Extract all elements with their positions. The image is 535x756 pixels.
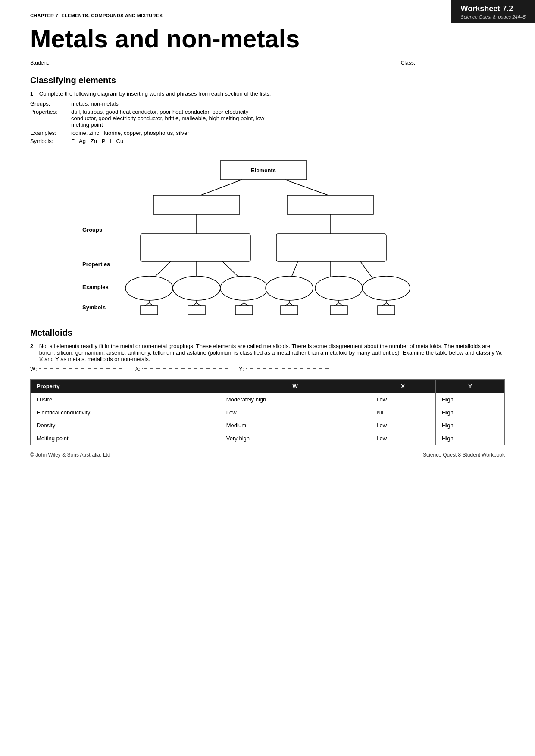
page: CHAPTER 7: Elements, compounds and mixtu…	[0, 0, 535, 471]
svg-line-6	[201, 180, 242, 195]
chapter-header: CHAPTER 7: Elements, compounds and mixtu…	[30, 13, 505, 18]
examples-label: Examples:	[30, 130, 71, 136]
svg-marker-35	[192, 303, 201, 306]
symbols-value: F Ag Zn P I Cu	[71, 138, 505, 144]
table-row: Electrical conductivityLowNilHigh	[31, 406, 505, 419]
svg-rect-8	[153, 195, 240, 214]
classification-diagram: Groups Properties Examples Symbols Eleme…	[74, 152, 462, 316]
table-row: DensityMediumLowHigh	[31, 419, 505, 432]
svg-rect-13	[276, 234, 386, 261]
svg-point-25	[363, 276, 410, 300]
svg-text:Elements: Elements	[251, 167, 276, 174]
question2-intro: 2. Not all elements readily fit in the m…	[30, 343, 505, 362]
properties-row: Properties: dull, lustrous, good heat co…	[30, 109, 505, 128]
properties-value: dull, lustrous, good heat conductor, poo…	[71, 109, 505, 128]
svg-marker-32	[141, 306, 158, 315]
svg-marker-43	[382, 303, 391, 306]
svg-marker-37	[240, 303, 248, 306]
table-row: LustreModerately highLowHigh	[31, 393, 505, 406]
col-property: Property	[31, 379, 220, 393]
table-value-cell: High	[436, 419, 505, 432]
svg-rect-9	[287, 195, 373, 214]
classifying-section: Classifying elements 1. Complete the fol…	[30, 75, 505, 316]
student-label: Student:	[30, 60, 50, 66]
classifying-title: Classifying elements	[30, 75, 505, 85]
page-title: Metals and non-metals	[30, 26, 505, 52]
table-value-cell: Moderately high	[220, 393, 370, 406]
footer-right: Science Quest 8 Student Workbook	[423, 452, 505, 458]
table-value-cell: Very high	[220, 432, 370, 445]
svg-marker-39	[285, 303, 294, 306]
table-value-cell: Medium	[220, 419, 370, 432]
class-dots	[419, 62, 505, 62]
w-dots	[39, 368, 125, 369]
groups-label: Groups:	[30, 100, 71, 107]
worksheet-badge: Worksheet 7.2 Science Quest 8: pages 244…	[451, 0, 535, 23]
metalloids-table: Property W X Y LustreModerately highLowH…	[30, 379, 505, 445]
svg-point-23	[266, 276, 313, 300]
symbols-row: Symbols: F Ag Zn P I Cu	[30, 138, 505, 144]
question1-intro: 1. Complete the following diagram by ins…	[30, 90, 505, 97]
svg-text:Groups: Groups	[82, 227, 102, 233]
student-dots	[53, 62, 394, 62]
worksheet-subtitle: Science Quest 8: pages 244–5	[461, 14, 526, 19]
table-value-cell: High	[436, 432, 505, 445]
y-label: Y:	[239, 366, 244, 372]
col-x: X	[370, 379, 436, 393]
table-value-cell: Low	[370, 419, 436, 432]
svg-text:Properties: Properties	[82, 261, 110, 268]
student-class-line: Student: Class:	[30, 60, 505, 66]
worksheet-title: Worksheet 7.2	[461, 4, 513, 13]
table-property-cell: Density	[31, 419, 220, 432]
svg-point-21	[173, 276, 220, 300]
metalloids-section: Metalloids 2. Not all elements readily f…	[30, 328, 505, 445]
q1-num: 1.	[30, 90, 35, 97]
table-value-cell: Nil	[370, 406, 436, 419]
svg-marker-33	[145, 303, 153, 306]
col-y: Y	[436, 379, 505, 393]
wxy-answer-line: W: X: Y:	[30, 366, 505, 372]
properties-label: Properties:	[30, 109, 71, 128]
table-value-cell: High	[436, 406, 505, 419]
metalloids-title: Metalloids	[30, 328, 505, 338]
svg-marker-40	[330, 306, 347, 315]
svg-text:Symbols: Symbols	[82, 304, 106, 311]
svg-marker-34	[188, 306, 205, 315]
examples-row: Examples: iodine, zinc, fluorine, copper…	[30, 130, 505, 136]
examples-value: iodine, zinc, fluorine, copper, phosphor…	[71, 130, 505, 136]
footer-left: © John Wiley & Sons Australia, Ltd	[30, 452, 110, 458]
q2-num: 2.	[30, 343, 35, 362]
table-property-cell: Electrical conductivity	[31, 406, 220, 419]
svg-point-24	[315, 276, 363, 300]
col-w: W	[220, 379, 370, 393]
svg-point-20	[125, 276, 173, 300]
table-value-cell: Low	[220, 406, 370, 419]
svg-rect-12	[141, 234, 250, 261]
symbols-label: Symbols:	[30, 138, 71, 144]
svg-line-7	[285, 180, 328, 195]
svg-marker-36	[235, 306, 253, 315]
table-value-cell: High	[436, 393, 505, 406]
w-label: W:	[30, 366, 37, 372]
groups-value: metals, non-metals	[71, 100, 505, 107]
table-property-cell: Melting point	[31, 432, 220, 445]
svg-point-22	[220, 276, 268, 300]
svg-marker-42	[378, 306, 395, 315]
class-label: Class:	[401, 60, 415, 66]
x-label: X:	[135, 366, 141, 372]
svg-marker-41	[335, 303, 343, 306]
q1-text: Complete the following diagram by insert…	[39, 90, 271, 97]
table-value-cell: Low	[370, 393, 436, 406]
groups-row: Groups: metals, non-metals	[30, 100, 505, 107]
q2-text: Not all elements readily fit in the meta…	[39, 343, 505, 362]
table-property-cell: Lustre	[31, 393, 220, 406]
svg-text:Examples: Examples	[82, 284, 109, 290]
y-dots	[246, 368, 332, 369]
x-dots	[142, 368, 228, 369]
footer: © John Wiley & Sons Australia, Ltd Scien…	[30, 452, 505, 458]
svg-marker-38	[281, 306, 298, 315]
diagram-container: Groups Properties Examples Symbols Eleme…	[30, 152, 505, 316]
table-row: Melting pointVery highLowHigh	[31, 432, 505, 445]
table-value-cell: Low	[370, 432, 436, 445]
